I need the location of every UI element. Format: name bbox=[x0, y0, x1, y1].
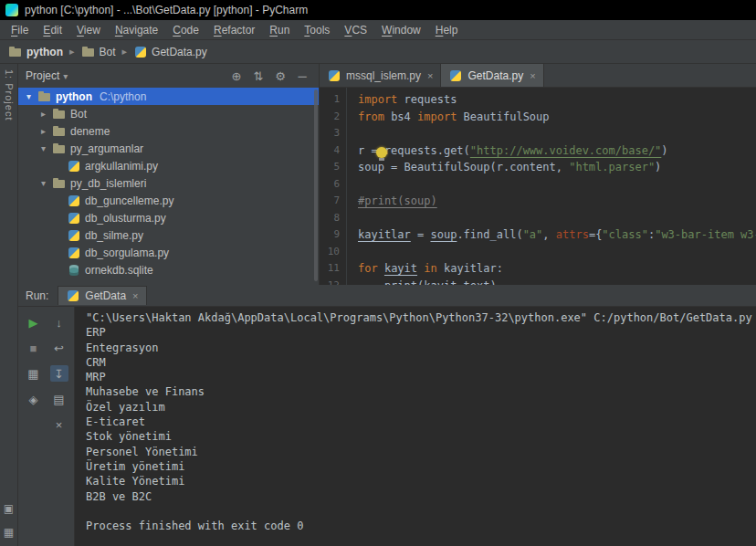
tree-item-py_db_islemleri[interactable]: ▾py_db_islemleri bbox=[18, 174, 319, 192]
console-line: Muhasebe ve Finans bbox=[86, 384, 752, 399]
code-text: #print(soup) bbox=[347, 193, 437, 210]
tree-item-db_guncelleme.py[interactable]: db_guncelleme.py bbox=[18, 192, 319, 209]
run-label: Run: bbox=[26, 289, 48, 302]
tree-item-label: deneme bbox=[70, 125, 110, 138]
code-area[interactable]: 1import requests2from bs4 import Beautif… bbox=[320, 88, 756, 285]
tree-collapsed-arrow-icon[interactable]: ▸ bbox=[38, 109, 48, 119]
console-line: Üretim yönetimi bbox=[86, 459, 752, 474]
run-tab-getdata[interactable]: GetData × bbox=[58, 286, 146, 305]
clear-all-icon[interactable]: × bbox=[50, 416, 68, 433]
project-tree: ▾pythonC:\python▸Bot▸deneme▾py_argumanla… bbox=[18, 88, 319, 285]
code-text: from bs4 import BeautifulSoup bbox=[347, 109, 550, 126]
tree-item-deneme[interactable]: ▸deneme bbox=[18, 122, 319, 140]
code-line: 7#print(soup) bbox=[320, 193, 756, 210]
tab-label: GetData.py bbox=[467, 69, 523, 82]
breadcrumb-item-GetData.py[interactable]: GetData.py bbox=[131, 44, 210, 60]
hide-icon[interactable]: ─ bbox=[293, 68, 311, 84]
breadcrumb-item-python[interactable]: python bbox=[5, 44, 66, 60]
editor: mssql_islem.py×GetData.py× 1import reque… bbox=[320, 64, 756, 285]
tree-item-python[interactable]: ▾pythonC:\python bbox=[18, 88, 319, 105]
python-file-icon bbox=[66, 289, 80, 303]
tree-item-argkullanimi.py[interactable]: argkullanimi.py bbox=[18, 157, 319, 174]
code-token: "a" bbox=[523, 228, 543, 241]
chevron-down-icon[interactable]: ▾ bbox=[63, 71, 68, 81]
code-line: 1import requests bbox=[320, 91, 756, 109]
print-icon[interactable]: ▤ bbox=[50, 391, 68, 407]
code-text: r = requests.get("http://www.voidev.com/… bbox=[347, 142, 668, 160]
code-token: "html.parser" bbox=[569, 161, 655, 173]
favorites-icon[interactable]: ▣ bbox=[4, 502, 14, 515]
menu-refactor[interactable]: Refactor bbox=[206, 22, 262, 38]
collapse-all-icon[interactable]: ⇅ bbox=[249, 68, 268, 84]
code-line: 8 bbox=[320, 210, 756, 227]
pycharm-window: python [C:\python] - ...\Bot\GetData.py … bbox=[0, 0, 756, 546]
structure-icon[interactable]: ▦ bbox=[4, 526, 14, 539]
project-scrollbar[interactable] bbox=[314, 89, 318, 281]
locate-icon[interactable]: ⊕ bbox=[227, 68, 246, 84]
tree-item-db_sorgulama.py[interactable]: db_sorgulama.py bbox=[18, 244, 319, 261]
code-token: import bbox=[358, 93, 397, 106]
menu-edit[interactable]: Edit bbox=[36, 22, 69, 38]
rerun-icon[interactable]: ▶ bbox=[25, 314, 43, 331]
code-token: "http://www.voidev.com/base/" bbox=[470, 144, 662, 157]
tree-expanded-arrow-icon[interactable]: ▾ bbox=[38, 178, 48, 188]
code-token: bs4 bbox=[384, 110, 417, 123]
tree-item-db_silme.py[interactable]: db_silme.py bbox=[18, 226, 319, 244]
console-line: Stok yönetimi bbox=[86, 429, 752, 444]
tree-expanded-arrow-icon[interactable]: ▾ bbox=[38, 143, 48, 153]
menu-vcs[interactable]: VCS bbox=[337, 22, 374, 38]
project-stripe-button[interactable]: 1: Project bbox=[4, 69, 15, 121]
project-panel: Project ▾ ⊕⇅⚙─ ▾pythonC:\python▸Bot▸dene… bbox=[18, 64, 320, 285]
tree-collapsed-arrow-icon[interactable]: ▸ bbox=[38, 126, 48, 136]
tab-mssql_islem.py[interactable]: mssql_islem.py× bbox=[320, 64, 441, 87]
folder-icon bbox=[52, 107, 67, 121]
breadcrumb-item-Bot[interactable]: Bot bbox=[79, 44, 119, 60]
run-toolbar-col1: ▶■▦◈ bbox=[25, 314, 43, 546]
tab-GetData.py[interactable]: GetData.py× bbox=[441, 64, 543, 87]
close-icon[interactable]: × bbox=[132, 290, 138, 301]
stop-icon[interactable]: ■ bbox=[25, 340, 43, 356]
close-icon[interactable]: × bbox=[530, 70, 535, 81]
tree-expanded-arrow-icon[interactable]: ▾ bbox=[24, 91, 34, 101]
title-bar: python [C:\python] - ...\Bot\GetData.py … bbox=[0, 0, 756, 20]
breadcrumb-label: python bbox=[26, 46, 63, 58]
code-token: kayitlar bbox=[358, 228, 411, 241]
folder-icon bbox=[81, 45, 96, 59]
code-token: for bbox=[358, 262, 378, 275]
tree-item-label: python bbox=[56, 90, 92, 103]
menu-run[interactable]: Run bbox=[262, 22, 297, 38]
intention-bulb-icon[interactable] bbox=[376, 147, 387, 158]
editor-tabs: mssql_islem.py×GetData.py× bbox=[320, 64, 756, 88]
restore-layout-icon[interactable]: ▦ bbox=[25, 365, 43, 382]
menu-code[interactable]: Code bbox=[165, 22, 206, 38]
tree-item-py_argumanlar[interactable]: ▾py_argumanlar bbox=[18, 140, 319, 157]
menu-view[interactable]: View bbox=[69, 22, 108, 38]
tree-item-db_olusturma.py[interactable]: db_olusturma.py bbox=[18, 209, 319, 226]
code-token: "w3-bar-item w3-b bbox=[655, 228, 756, 241]
scroll-to-end-icon[interactable]: ↧ bbox=[50, 365, 68, 382]
tree-item-ornekdb.sqlite[interactable]: ornekdb.sqlite bbox=[18, 261, 319, 278]
code-token: in bbox=[424, 262, 436, 275]
menu-navigate[interactable]: Navigate bbox=[108, 22, 165, 38]
project-panel-header: Project ▾ ⊕⇅⚙─ bbox=[18, 64, 319, 88]
code-token: requests bbox=[397, 93, 457, 106]
code-line: 3 bbox=[320, 125, 756, 142]
python-file-icon bbox=[67, 246, 81, 260]
menu-window[interactable]: Window bbox=[374, 22, 428, 38]
python-file-icon bbox=[67, 211, 81, 226]
close-icon[interactable]: × bbox=[427, 70, 433, 81]
menu-file[interactable]: File bbox=[4, 22, 36, 38]
down-stack-icon[interactable]: ↓ bbox=[50, 314, 68, 331]
console-output[interactable]: "C:\Users\Haktan Akdağ\AppData\Local\Pro… bbox=[75, 307, 756, 546]
settings-icon[interactable]: ⚙ bbox=[271, 68, 289, 84]
menu-help[interactable]: Help bbox=[428, 22, 466, 38]
run-panel-header: Run: GetData × bbox=[18, 285, 756, 307]
menu-tools[interactable]: Tools bbox=[297, 22, 337, 38]
tree-item-Bot[interactable]: ▸Bot bbox=[18, 105, 319, 122]
code-token: r = requests.get( bbox=[358, 144, 470, 157]
code-line: 2from bs4 import BeautifulSoup bbox=[320, 109, 756, 126]
soft-wrap-icon[interactable]: ↩ bbox=[50, 340, 68, 356]
pin-icon[interactable]: ◈ bbox=[25, 391, 43, 407]
code-text: print(kayit.text) bbox=[347, 278, 497, 286]
code-token: import bbox=[417, 110, 457, 123]
